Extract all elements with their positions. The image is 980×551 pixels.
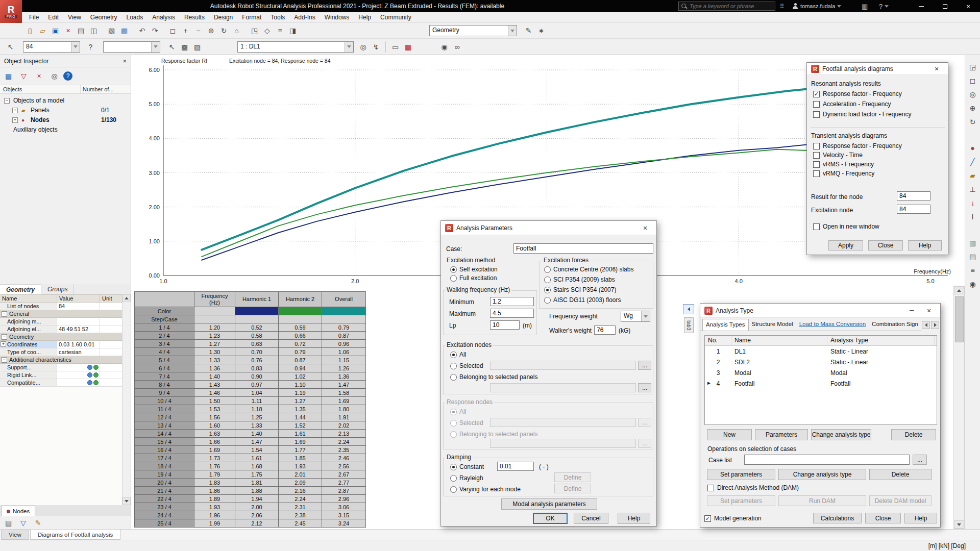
view-3d-icon[interactable]: ◇ [261,24,274,37]
tab-load-to-mass-conversion[interactable]: Load to Mass Conversion [796,319,869,331]
node-selection-combo[interactable]: 84 [23,41,80,53]
edit-layout-icon[interactable]: ✎ [522,24,535,37]
lp-input[interactable] [490,320,520,330]
menu-item-tools[interactable]: Tools [266,12,289,22]
tab-combination-sign[interactable]: Combination Sign [869,319,921,331]
menu-item-community[interactable]: Community [376,12,416,22]
deselect-icon[interactable]: ▨ [191,40,204,53]
radio-excitation-all[interactable]: All [450,350,466,359]
expand-icon[interactable]: + [12,108,18,113]
column-header-name[interactable]: Name [731,336,827,345]
print-icon[interactable]: ▤ [75,24,87,37]
column-header-no[interactable]: No. [705,336,731,345]
property-value[interactable] [57,371,100,379]
cart-icon[interactable]: ▥ [862,0,868,12]
close-button[interactable]: Close [868,240,903,251]
close-button[interactable]: × [957,0,980,12]
search-icon[interactable]: ◎ [48,70,61,83]
response-selected-browse-button[interactable]: ... [638,418,651,427]
open-project-icon[interactable]: ▱ [36,24,49,37]
checkbox-vrmq-frequency[interactable]: vRMQ - Frequency [813,170,902,177]
collapse-icon[interactable]: − [2,311,7,317]
scroll-up-icon[interactable] [954,286,964,294]
layout-combo[interactable]: Geometry [429,25,517,36]
scroll-up-icon[interactable] [122,294,131,302]
loads-icon[interactable]: ↓ [966,196,979,209]
search-box[interactable] [678,2,775,11]
case-list-browse-button[interactable]: ... [913,455,927,465]
user-menu[interactable]: tomasz.fudala [792,0,841,12]
calculator-icon[interactable]: ▦ [118,24,131,37]
radio-self-excitation[interactable]: Self excitation [450,266,498,273]
property-row-adjoining-el[interactable]: Adjoining el...48 49 51 52 [0,325,131,333]
chevron-down-icon[interactable] [641,311,650,321]
tools-icon[interactable]: ∗ [535,24,548,37]
close-icon[interactable]: × [922,304,936,317]
column-header[interactable] [135,292,194,307]
view-cube-icon[interactable]: ◲ [966,60,979,73]
tree-item-nodes[interactable]: + ● Nodes 1/130 [0,115,131,125]
property-value[interactable] [57,364,100,371]
property-row-support[interactable]: Support... [0,364,131,371]
change-analysis-type-button[interactable]: Change analysis type [811,429,871,440]
chevron-down-icon[interactable] [151,42,160,52]
property-row-compatible[interactable]: Compatible... [0,379,131,387]
context-help-icon[interactable]: ? [84,40,97,53]
apps-grid-icon[interactable]: ⠿ [780,0,784,12]
table-row[interactable]: 10 / 41.501.111.271.69 [135,397,366,405]
screen-capture-icon[interactable]: ▧ [105,24,118,37]
radio-full-excitation[interactable]: Full excitation [450,274,498,282]
chevron-down-icon[interactable] [345,42,353,52]
menu-item-format[interactable]: Format [237,12,266,22]
display-options-icon[interactable]: ≡ [274,24,286,37]
help-icon[interactable]: ? [63,71,72,81]
maximum-input[interactable] [490,309,534,318]
tab-analysis-types[interactable]: Analysis Types [702,319,749,331]
table-row[interactable]: 3 / 41.270.630.720.96 [135,340,366,348]
scroll-down-icon[interactable] [122,497,131,505]
quick-analysis-icon[interactable]: ↯ [370,40,382,53]
search-input[interactable] [688,3,775,9]
radio-damping-constant[interactable]: Constant [450,463,484,471]
table-row[interactable]: 18 / 41.761.681.932.56 [135,462,366,470]
rotate-3d-icon[interactable]: ↻ [966,115,979,128]
table-row[interactable]: 16 / 41.691.541.772.35 [135,446,366,454]
pointer-icon[interactable]: ↖ [165,40,178,53]
checkbox-velocity-time[interactable]: Velocity - Time [813,152,902,159]
close-button[interactable]: Close [865,513,901,523]
excitation-panels-input[interactable] [490,383,636,392]
column-header-objects[interactable]: Objects [3,85,22,94]
response-panels-browse-button[interactable]: ... [638,439,651,448]
radio-aisc-dg11-2003-floors[interactable]: AISC DG11 (2003) floors [544,296,633,304]
new-project-icon[interactable]: ▯ [23,24,36,37]
menu-item-results[interactable]: Results [180,12,209,22]
set-parameters-button[interactable]: Set parameters [707,469,775,480]
column-header-unit[interactable]: Unit [100,294,122,303]
property-value[interactable] [57,379,100,387]
restore-button[interactable] [933,0,957,12]
print-preview-icon[interactable]: ◫ [87,24,100,37]
radio-stairs-sci-p354-2007[interactable]: Stairs SCI P354 (2007) [544,286,633,293]
help-button[interactable]: Help [908,240,942,251]
nodes-edit-icon[interactable]: ✎ [32,516,44,529]
menu-item-analysis[interactable]: Analysis [148,12,180,22]
case-selection-combo[interactable]: 1 : DL1 [237,41,354,53]
rayleigh-define-button[interactable]: Define [554,472,591,482]
checkbox-dam[interactable]: Direct Analysis Method (DAM) [707,484,799,491]
bars-icon[interactable]: ╱ [966,155,979,168]
table-row[interactable]: 14 / 41.631.401.612.13 [135,430,366,438]
tab3-side-tab[interactable]: tab3 [684,317,694,333]
table-row[interactable]: 7 / 41.400.901.021.36 [135,372,366,381]
table-row[interactable]: 21 / 41.861.882.162.87 [135,487,366,495]
sections-icon[interactable]: I [966,210,979,223]
menu-item-design[interactable]: Design [209,12,237,22]
case-row[interactable]: 2SDL2Static - Linear [705,357,937,367]
close-icon[interactable]: × [638,221,652,235]
camera-icon[interactable]: ◉ [966,278,979,290]
table-row[interactable]: 12 / 41.561.251.441.91 [135,413,366,421]
chevron-down-icon[interactable] [508,26,517,36]
select-nodes-icon[interactable]: ↖ [4,40,17,53]
checkbox-vrms-frequency[interactable]: vRMS - Frequency [813,161,902,168]
case-row[interactable]: ►4FootfallFootfall [705,378,937,389]
checkbox-dynamic-load-factor-frequency[interactable]: Dynamic load factor - Frequency [813,111,911,118]
